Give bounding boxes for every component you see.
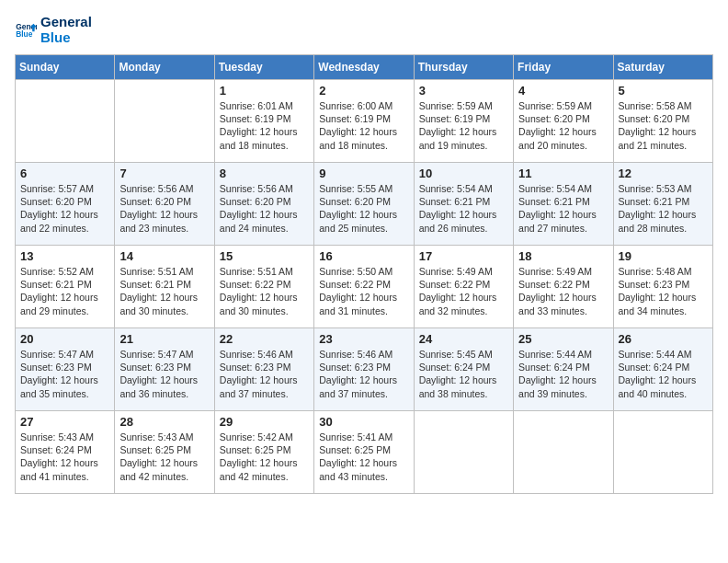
calendar-cell: 6Sunrise: 5:57 AM Sunset: 6:20 PM Daylig… [16, 163, 115, 246]
calendar-cell: 2Sunrise: 6:00 AM Sunset: 6:19 PM Daylig… [314, 80, 414, 163]
cell-info-text: Sunrise: 5:51 AM Sunset: 6:22 PM Dayligh… [220, 265, 309, 317]
cell-date-number: 12 [619, 167, 708, 180]
cell-date-number: 6 [20, 167, 109, 180]
calendar-cell: 18Sunrise: 5:49 AM Sunset: 6:22 PM Dayli… [514, 246, 613, 328]
cell-info-text: Sunrise: 5:53 AM Sunset: 6:21 PM Dayligh… [619, 182, 708, 235]
calendar-cell: 28Sunrise: 5:43 AM Sunset: 6:25 PM Dayli… [115, 411, 214, 494]
day-header-tuesday: Tuesday [214, 55, 313, 80]
cell-info-text: Sunrise: 5:55 AM Sunset: 6:20 PM Dayligh… [319, 182, 408, 235]
cell-date-number: 2 [319, 84, 408, 98]
calendar-cell: 4Sunrise: 5:59 AM Sunset: 6:20 PM Daylig… [514, 80, 613, 163]
calendar-cell: 9Sunrise: 5:55 AM Sunset: 6:20 PM Daylig… [314, 163, 414, 246]
cell-info-text: Sunrise: 5:44 AM Sunset: 6:24 PM Dayligh… [518, 348, 608, 400]
cell-date-number: 25 [518, 332, 608, 346]
cell-date-number: 11 [518, 167, 608, 180]
calendar-table: SundayMondayTuesdayWednesdayThursdayFrid… [15, 54, 713, 494]
cell-info-text: Sunrise: 5:48 AM Sunset: 6:23 PM Dayligh… [619, 265, 708, 317]
calendar-week-2: 6Sunrise: 5:57 AM Sunset: 6:20 PM Daylig… [16, 163, 713, 246]
calendar-cell: 19Sunrise: 5:48 AM Sunset: 6:23 PM Dayli… [613, 246, 712, 328]
calendar-week-3: 13Sunrise: 5:52 AM Sunset: 6:21 PM Dayli… [16, 246, 713, 328]
cell-info-text: Sunrise: 5:58 AM Sunset: 6:20 PM Dayligh… [619, 99, 708, 152]
cell-info-text: Sunrise: 5:54 AM Sunset: 6:21 PM Dayligh… [419, 182, 508, 235]
cell-date-number: 15 [220, 249, 309, 263]
calendar-cell: 24Sunrise: 5:45 AM Sunset: 6:24 PM Dayli… [414, 328, 513, 411]
calendar-cell: 25Sunrise: 5:44 AM Sunset: 6:24 PM Dayli… [514, 328, 613, 411]
calendar-cell: 17Sunrise: 5:49 AM Sunset: 6:22 PM Dayli… [414, 246, 513, 328]
logo: General Blue General Blue [15, 15, 92, 45]
calendar-cell: 12Sunrise: 5:53 AM Sunset: 6:21 PM Dayli… [613, 163, 712, 246]
cell-info-text: Sunrise: 5:46 AM Sunset: 6:23 PM Dayligh… [220, 348, 309, 400]
calendar-cell: 1Sunrise: 6:01 AM Sunset: 6:19 PM Daylig… [214, 80, 313, 163]
svg-text:Blue: Blue [16, 29, 33, 39]
cell-date-number: 19 [619, 249, 708, 263]
cell-date-number: 22 [220, 332, 309, 346]
day-header-sunday: Sunday [16, 55, 115, 80]
calendar-cell [414, 411, 513, 494]
calendar-cell: 15Sunrise: 5:51 AM Sunset: 6:22 PM Dayli… [214, 246, 313, 328]
cell-info-text: Sunrise: 6:01 AM Sunset: 6:19 PM Dayligh… [220, 99, 309, 152]
cell-info-text: Sunrise: 5:45 AM Sunset: 6:24 PM Dayligh… [419, 348, 508, 400]
cell-date-number: 21 [119, 332, 209, 346]
cell-info-text: Sunrise: 5:59 AM Sunset: 6:20 PM Dayligh… [518, 99, 608, 152]
cell-info-text: Sunrise: 5:47 AM Sunset: 6:23 PM Dayligh… [20, 348, 109, 400]
page-header: General Blue General Blue [15, 15, 713, 45]
calendar-cell: 27Sunrise: 5:43 AM Sunset: 6:24 PM Dayli… [16, 411, 115, 494]
calendar-cell: 7Sunrise: 5:56 AM Sunset: 6:20 PM Daylig… [115, 163, 214, 246]
cell-date-number: 9 [319, 167, 408, 180]
cell-date-number: 5 [619, 84, 708, 98]
cell-date-number: 3 [419, 84, 508, 98]
calendar-cell: 22Sunrise: 5:46 AM Sunset: 6:23 PM Dayli… [214, 328, 313, 411]
day-header-monday: Monday [115, 55, 214, 80]
cell-date-number: 16 [319, 249, 408, 263]
calendar-body: 1Sunrise: 6:01 AM Sunset: 6:19 PM Daylig… [16, 80, 713, 494]
logo-text-line2: Blue [40, 30, 92, 46]
cell-info-text: Sunrise: 5:51 AM Sunset: 6:21 PM Dayligh… [119, 265, 209, 317]
cell-info-text: Sunrise: 5:54 AM Sunset: 6:21 PM Dayligh… [518, 182, 608, 235]
calendar-cell: 14Sunrise: 5:51 AM Sunset: 6:21 PM Dayli… [115, 246, 214, 328]
calendar-cell: 13Sunrise: 5:52 AM Sunset: 6:21 PM Dayli… [16, 246, 115, 328]
calendar-cell: 16Sunrise: 5:50 AM Sunset: 6:22 PM Dayli… [314, 246, 414, 328]
cell-info-text: Sunrise: 5:44 AM Sunset: 6:24 PM Dayligh… [619, 348, 708, 400]
calendar-cell: 26Sunrise: 5:44 AM Sunset: 6:24 PM Dayli… [613, 328, 712, 411]
cell-info-text: Sunrise: 5:42 AM Sunset: 6:25 PM Dayligh… [220, 431, 309, 483]
cell-date-number: 14 [119, 249, 209, 263]
cell-info-text: Sunrise: 5:49 AM Sunset: 6:22 PM Dayligh… [419, 265, 508, 317]
calendar-cell: 8Sunrise: 5:56 AM Sunset: 6:20 PM Daylig… [214, 163, 313, 246]
cell-info-text: Sunrise: 5:43 AM Sunset: 6:25 PM Dayligh… [119, 431, 209, 483]
cell-date-number: 30 [319, 415, 408, 429]
cell-info-text: Sunrise: 5:49 AM Sunset: 6:22 PM Dayligh… [518, 265, 608, 317]
cell-info-text: Sunrise: 5:57 AM Sunset: 6:20 PM Dayligh… [20, 182, 109, 235]
calendar-cell: 23Sunrise: 5:46 AM Sunset: 6:23 PM Dayli… [314, 328, 414, 411]
cell-date-number: 8 [220, 167, 309, 180]
calendar-cell: 10Sunrise: 5:54 AM Sunset: 6:21 PM Dayli… [414, 163, 513, 246]
cell-info-text: Sunrise: 5:43 AM Sunset: 6:24 PM Dayligh… [20, 431, 109, 483]
cell-info-text: Sunrise: 5:47 AM Sunset: 6:23 PM Dayligh… [119, 348, 209, 400]
day-header-thursday: Thursday [414, 55, 513, 80]
cell-info-text: Sunrise: 5:50 AM Sunset: 6:22 PM Dayligh… [319, 265, 408, 317]
cell-date-number: 26 [619, 332, 708, 346]
logo-icon: General Blue [15, 19, 37, 41]
calendar-cell [514, 411, 613, 494]
cell-date-number: 28 [119, 415, 209, 429]
cell-info-text: Sunrise: 5:56 AM Sunset: 6:20 PM Dayligh… [119, 182, 209, 235]
cell-date-number: 23 [319, 332, 408, 346]
calendar-week-1: 1Sunrise: 6:01 AM Sunset: 6:19 PM Daylig… [16, 80, 713, 163]
cell-date-number: 4 [518, 84, 608, 98]
cell-date-number: 29 [220, 415, 309, 429]
cell-date-number: 27 [20, 415, 109, 429]
cell-date-number: 24 [419, 332, 508, 346]
calendar-cell: 11Sunrise: 5:54 AM Sunset: 6:21 PM Dayli… [514, 163, 613, 246]
cell-date-number: 1 [220, 84, 309, 98]
calendar-cell: 3Sunrise: 5:59 AM Sunset: 6:19 PM Daylig… [414, 80, 513, 163]
cell-info-text: Sunrise: 5:59 AM Sunset: 6:19 PM Dayligh… [419, 99, 508, 152]
calendar-cell: 20Sunrise: 5:47 AM Sunset: 6:23 PM Dayli… [16, 328, 115, 411]
calendar-cell [115, 80, 214, 163]
cell-date-number: 10 [419, 167, 508, 180]
cell-info-text: Sunrise: 5:41 AM Sunset: 6:25 PM Dayligh… [319, 431, 408, 483]
cell-date-number: 7 [119, 167, 209, 180]
day-header-saturday: Saturday [613, 55, 712, 80]
cell-date-number: 20 [20, 332, 109, 346]
logo-text-line1: General [40, 15, 92, 30]
calendar-cell: 29Sunrise: 5:42 AM Sunset: 6:25 PM Dayli… [214, 411, 313, 494]
cell-info-text: Sunrise: 5:56 AM Sunset: 6:20 PM Dayligh… [220, 182, 309, 235]
